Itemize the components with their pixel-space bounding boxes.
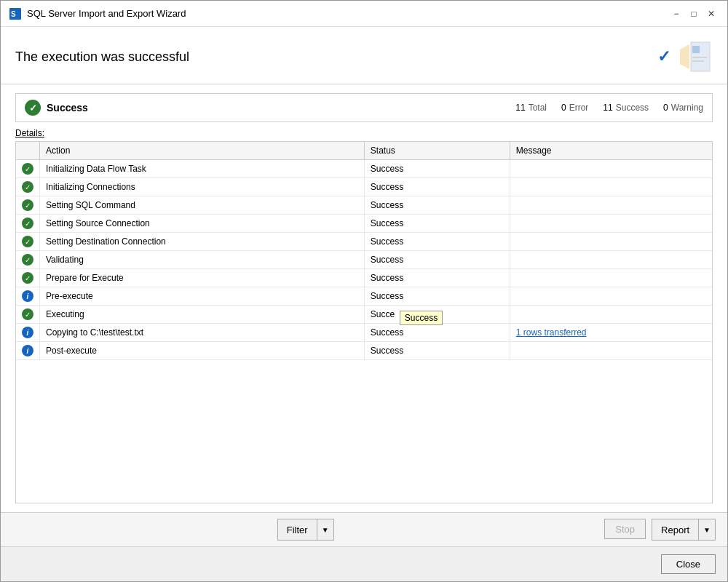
table-row: ✓Setting SQL CommandSuccess [16, 196, 712, 215]
content-area: ✓ Success 11 Total 0 Error 11 Success 0 [1, 84, 727, 512]
col-status: Status [364, 142, 510, 160]
header-right: ✓ [657, 39, 713, 75]
row-icon-cell: ✓ [16, 251, 40, 269]
error-count: 0 [561, 103, 566, 113]
row-action: Copying to C:\test\test.txt [40, 324, 365, 342]
row-action: Prepare for Execute [40, 269, 365, 287]
row-status: SucceSuccess [364, 306, 510, 324]
row-icon-cell: ✓ [16, 215, 40, 233]
header-area: The execution was successful ✓ [1, 27, 727, 84]
report-button[interactable]: Report [652, 519, 699, 540]
window-close-button[interactable]: ✕ [704, 7, 719, 21]
success-row-icon: ✓ [22, 272, 33, 284]
row-message [510, 178, 712, 196]
status-left: ✓ Success [25, 100, 88, 116]
row-status: Success [364, 251, 510, 269]
svg-rect-6 [692, 60, 704, 62]
filter-dropdown-button[interactable]: ▼ [317, 519, 333, 540]
details-label: Details: [15, 128, 713, 138]
table-row: iPre-executeSuccess [16, 287, 712, 306]
success-row-icon: ✓ [22, 236, 33, 247]
row-icon-cell: ✓ [16, 160, 40, 178]
action-bar-left: Filter ▼ [12, 519, 598, 541]
table-row: ✓Initializing ConnectionsSuccess [16, 178, 712, 196]
table-row: ✓ExecutingSucceSuccess [16, 306, 712, 324]
table-row: iCopying to C:\test\test.txtSuccess1 row… [16, 324, 712, 342]
success-label: Success [616, 103, 649, 113]
row-status: Success [364, 196, 510, 215]
row-message: 1 rows transferred [510, 324, 712, 342]
maximize-button[interactable]: □ [687, 7, 701, 21]
error-stat: 0 Error [561, 103, 588, 113]
svg-text:S: S [11, 10, 16, 18]
minimize-button[interactable]: − [669, 7, 684, 21]
success-count: 11 [603, 103, 612, 113]
table-header-row: Action Status Message [16, 142, 712, 160]
table-row: ✓Setting Destination ConnectionSuccess [16, 233, 712, 251]
report-dropdown-button[interactable]: ▼ [699, 519, 715, 540]
row-icon-cell: ✓ [16, 269, 40, 287]
page-title: The execution was successful [15, 49, 189, 65]
report-split-button[interactable]: Report ▼ [652, 519, 716, 541]
row-action: Initializing Data Flow Task [40, 160, 365, 178]
info-row-icon: i [22, 290, 33, 302]
stop-button[interactable]: Stop [604, 519, 646, 539]
row-status: Success [364, 233, 510, 251]
details-table: Action Status Message ✓Initializing Data… [16, 142, 712, 360]
col-message: Message [510, 142, 712, 160]
action-bar: Filter ▼ Stop Report ▼ [1, 512, 727, 546]
action-bar-right: Stop Report ▼ [604, 519, 716, 541]
filter-split-button[interactable]: Filter ▼ [277, 519, 334, 541]
row-action: Validating [40, 251, 365, 269]
window-title: SQL Server Import and Export Wizard [27, 8, 186, 19]
warning-count: 0 [663, 103, 668, 113]
row-action: Pre-execute [40, 287, 365, 306]
success-row-icon: ✓ [22, 181, 33, 193]
row-status: Success [364, 160, 510, 178]
status-bar: ✓ Success 11 Total 0 Error 11 Success 0 [15, 93, 713, 122]
status-right: 11 Total 0 Error 11 Success 0 Warning [515, 103, 703, 113]
svg-marker-7 [680, 44, 689, 69]
row-status: Success [364, 269, 510, 287]
col-icon [16, 142, 40, 160]
row-icon-cell: ✓ [16, 178, 40, 196]
tooltip-wrapper: SucceSuccess [371, 309, 395, 319]
success-stat: 11 Success [603, 103, 649, 113]
success-checkmark-icon: ✓ [657, 47, 670, 66]
error-label: Error [569, 103, 589, 113]
row-action: Executing [40, 306, 365, 324]
row-message [510, 196, 712, 215]
row-status-text: Succe [371, 309, 395, 319]
success-row-icon: ✓ [22, 308, 33, 320]
row-icon-cell: i [16, 342, 40, 360]
details-table-container[interactable]: Action Status Message ✓Initializing Data… [15, 141, 713, 503]
total-stat: 11 Total [515, 103, 547, 113]
row-icon-cell: ✓ [16, 196, 40, 215]
status-success-icon: ✓ [25, 100, 41, 116]
row-status: Success [364, 215, 510, 233]
row-icon-cell: i [16, 287, 40, 306]
table-row: iPost-executeSuccess [16, 342, 712, 360]
svg-rect-4 [692, 46, 700, 53]
info-row-icon: i [22, 345, 33, 356]
success-row-icon: ✓ [22, 218, 33, 229]
row-icon-cell: ✓ [16, 233, 40, 251]
row-message [510, 269, 712, 287]
row-message [510, 287, 712, 306]
row-status: Success [364, 324, 510, 342]
row-action: Setting Source Connection [40, 215, 365, 233]
row-action: Post-execute [40, 342, 365, 360]
col-action: Action [40, 142, 365, 160]
warning-label: Warning [671, 103, 703, 113]
row-status: Success [364, 178, 510, 196]
title-bar-controls: − □ ✕ [669, 7, 719, 21]
row-status: Success [364, 342, 510, 360]
svg-rect-5 [692, 57, 707, 58]
filter-button[interactable]: Filter [278, 519, 317, 540]
warning-stat: 0 Warning [663, 103, 703, 113]
app-icon: S [9, 8, 21, 20]
row-status: Success [364, 287, 510, 306]
rows-transferred-link[interactable]: 1 rows transferred [516, 327, 587, 338]
info-row-icon: i [22, 327, 33, 338]
close-button[interactable]: Close [661, 554, 716, 574]
